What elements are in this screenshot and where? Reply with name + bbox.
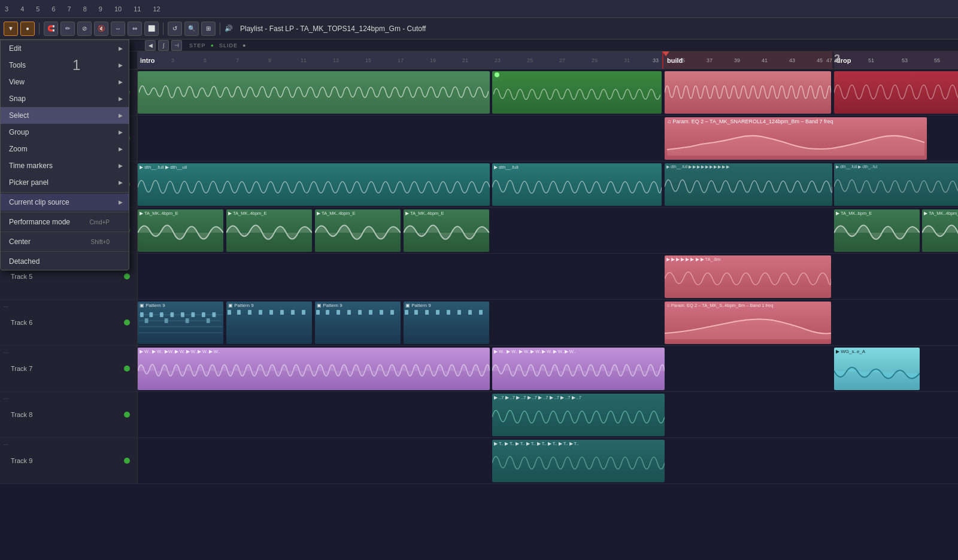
menu-button[interactable]: ▼ [4,22,18,36]
link-btn[interactable]: ⊣ [171,40,182,51]
clip-4-2-label: ▶ TA_MK..4bpm_E [226,209,312,217]
clip-3-4-wave [834,171,958,205]
track-dots-8: ... [4,394,8,400]
clip-7-3-label: ▶ WG_s..e_A [834,348,920,355]
clip-2-1-label: ♫ Param. EQ 2 – TA_MK_SNAREROLL4_124bpm_… [665,117,927,126]
menu-picker-panel[interactable]: Picker panel [1,174,129,191]
intro-label: intro [140,51,154,69]
clip-7-1[interactable]: ▶ W.. ▶ W.. ▶W..▶ W..▶ W..▶ W..▶ W.. [138,348,490,390]
track-led-7[interactable] [124,366,130,372]
move-button[interactable]: ↔ [111,22,125,36]
clip-8-1[interactable]: ▶ ..7 ▶ ..7 ▶ ..7 ▶ ..7 ▶ ..7 ▶ ..7 ▶ ..… [492,394,665,436]
clip-7-3[interactable]: ▶ WG_s..e_A [834,348,920,390]
track-header-7: ... Track 7 [0,346,138,391]
select-button[interactable]: ⬜ [144,22,159,36]
clip-3-3-label: ▶ dth__.full ▶ ▶ ▶ ▶ ▶ ▶ ▶ ▶ ▶ ▶ [665,163,832,171]
clip-4-7[interactable]: ▶ TA_MK..bpm_E [834,209,920,252]
clip-1-4[interactable] [834,71,958,114]
clip-3-2[interactable]: ▶ dth__.full [492,163,662,206]
magnet-button[interactable]: 🧲 [44,22,58,36]
clip-3-4[interactable]: ▶ dth__.full ▶ dth_..ful [834,163,958,206]
track-header-6: ... Track 6 [0,300,138,345]
step-label: STEP [189,42,206,48]
clip-3-1[interactable]: ▶ dth__.full ▶ dth__ull [138,163,490,206]
svg-rect-15 [186,318,189,323]
menu-group[interactable]: Group [1,124,129,141]
clip-6-3[interactable]: ▣ Pattern 9 [315,302,401,344]
svg-rect-25 [316,310,320,315]
scroll-left[interactable]: ◀ [145,40,156,51]
track-content-3: ▶ dth__.full ▶ dth__ull ▶ dth__.full [138,162,958,207]
menu-time-markers[interactable]: Time markers [1,157,129,174]
menu-edit[interactable]: Edit [1,40,129,57]
clip-4-8[interactable]: ▶ TA_MK..4bpm_E [922,209,958,252]
clip-4-1-label: ▶ TA_MK..4bpm_E [138,209,223,217]
erase-button[interactable]: ⊘ [77,22,92,36]
menu-zoom[interactable]: Zoom [1,141,129,157]
loop-button[interactable]: ↺ [168,22,182,36]
clip-2-1[interactable]: ♫ Param. EQ 2 – TA_MK_SNAREROLL4_124bpm_… [665,117,927,160]
clip-4-3[interactable]: ▶ TA_MK..4bpm_E [315,209,401,252]
menu-view[interactable]: View [1,74,129,90]
step-slide-bar: ◀ ∫ ⊣ STEP ● SLIDE ● [0,39,958,51]
resize-button[interactable]: ⇔ [128,22,142,36]
slide-dot: ● [242,42,246,48]
track-led-5[interactable] [124,273,130,279]
clip-4-4-label: ▶ TA_MK..4bpm_E [404,209,489,217]
clip-4-4[interactable]: ▶ TA_MK..4bpm_E [404,209,489,252]
clip-5-1[interactable]: ▶ ▶ ▶ ▶ ▶ ▶ ▶ ▶ TA_.8m [665,255,831,298]
track-led-8[interactable] [124,412,130,418]
track-content-6: ▣ Pattern 9 [138,300,958,345]
speaker-icon: 🔊 [225,25,233,32]
pencil-button[interactable]: ✏ [60,22,75,36]
svg-rect-17 [228,310,231,315]
clip-9-1[interactable]: ▶ T.. ▶ T.. ▶ T.. ▶ T.. ▶ T.. ▶ T.. ▶ T.… [492,440,665,482]
menu-current-clip-source[interactable]: Current clip source [1,194,129,211]
clip-6-1[interactable]: ▣ Pattern 9 [138,302,223,344]
dropdown-menu: Edit Tools 1 View Snap Select Group Zoom… [0,39,129,270]
menu-center[interactable]: Center Shift+0 [1,233,129,250]
svg-rect-19 [248,310,251,315]
track-header-8: ... Track 8 [0,392,138,437]
build-section-bg [665,51,832,69]
title-bar: 3 4 5 6 7 8 9 10 11 12 [0,0,958,18]
marker-2: 2 [834,53,840,65]
track-led-6[interactable] [124,319,130,325]
track-row-6: ... Track 6 ▣ Pattern 9 [0,300,958,346]
menu-performance-mode[interactable]: Performance mode Cmd+P [1,214,129,230]
number-1-badge: 1 [72,58,80,72]
clip-3-2-label: ▶ dth__.full [492,163,662,171]
track-header-9: ... Track 9 [0,438,138,483]
svg-rect-30 [369,310,372,315]
clip-4-1[interactable]: ▶ TA_MK..4bpm_E [138,209,223,252]
zoom-button[interactable]: 🔍 [184,22,199,36]
curve-btn[interactable]: ∫ [158,40,169,51]
record-button[interactable]: ● [20,22,35,36]
pattern-grid [138,311,223,337]
menu-snap[interactable]: Snap [1,90,129,107]
clip-3-3[interactable]: ▶ dth__.full ▶ ▶ ▶ ▶ ▶ ▶ ▶ ▶ ▶ ▶ [665,163,832,206]
clip-7-1-label: ▶ W.. ▶ W.. ▶W..▶ W..▶ W..▶ W..▶ W.. [138,348,490,355]
clip-6-5[interactable]: ♫ Param. EQ 2 – TA_MK_S..4bpm_Bm – Band … [665,302,831,344]
fit-button[interactable]: ⊞ [201,22,216,36]
track-name-5: Track 5 [11,273,32,280]
clip-7-2[interactable]: ▶ W.. ▶ W.. ▶ W..▶ W..▶ W..▶ W..▶ W.. [492,348,665,390]
track-row-7: ... Track 7 ▶ W.. ▶ W.. ▶W..▶ W..▶ W..▶ … [0,346,958,392]
menu-detached[interactable]: Detached [1,253,129,270]
track-name-8: Track 8 [11,411,32,418]
menu-tools[interactable]: Tools 1 [1,57,129,74]
track-led-9[interactable] [124,458,130,464]
clip-1-2[interactable] [492,71,662,114]
clip-1-1[interactable] [138,71,490,114]
clip-6-4[interactable]: ▣ Pattern 9 [404,302,489,344]
clip-4-8-label: ▶ TA_MK..4bpm_E [922,209,958,217]
clip-1-3[interactable] [665,71,831,114]
clip-8-1-label: ▶ ..7 ▶ ..7 ▶ ..7 ▶ ..7 ▶ ..7 ▶ ..7 ▶ ..… [492,394,665,401]
clip-6-2[interactable]: ▣ Pattern 9 [226,302,312,344]
clip-waveform-4 [834,71,958,114]
mute-button[interactable]: 🔇 [94,22,108,36]
clip-3-2-wave [492,171,662,205]
clip-4-2[interactable]: ▶ TA_MK..4bpm_E [226,209,312,252]
menu-select[interactable]: Select [1,107,129,124]
track-name-9: Track 9 [11,457,32,464]
